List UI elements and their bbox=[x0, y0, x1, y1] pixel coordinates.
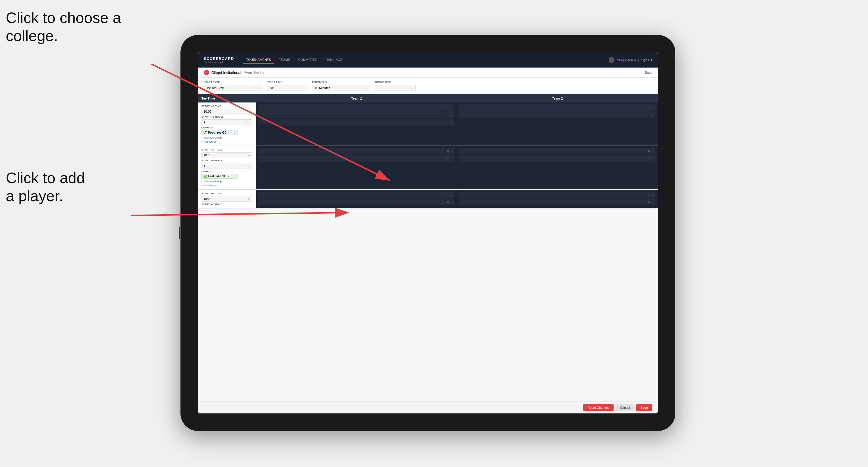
reset-button[interactable]: Reset Changes bbox=[583, 404, 614, 411]
nav-rankings[interactable]: RANKINGS bbox=[322, 56, 346, 64]
course-arrow-1: ⌃⌄ bbox=[231, 131, 236, 134]
user-avatar bbox=[609, 57, 615, 63]
player-row-1-2[interactable]: ✕ ⌄ bbox=[258, 112, 454, 118]
starting-time-value-3: 10:20 bbox=[204, 197, 212, 200]
g2-t2-player-controls-1: ✕ ⌄ bbox=[648, 150, 654, 153]
g3-t2-player-controls-1: ✕ ⌄ bbox=[648, 193, 654, 196]
player-chevron-icon-2[interactable]: ⌄ bbox=[450, 113, 453, 116]
starting-time-input-2[interactable]: 10:10 ⊙ bbox=[202, 152, 252, 158]
time-icon-3: ⊙ bbox=[248, 197, 250, 200]
course-remove-icon-1[interactable]: ✕ bbox=[228, 131, 230, 134]
intervals-select[interactable]: 10 Minutes ⊙ bbox=[312, 85, 370, 91]
team1-group-1: ✕ ⌄ ✕ ⌄ + bbox=[256, 102, 457, 146]
starting-time-input-3[interactable]: 10:20 ⊙ bbox=[202, 196, 252, 202]
player-row-1-1: ✕ ⌄ bbox=[258, 104, 454, 111]
g2-x-icon[interactable]: ✕ bbox=[447, 150, 449, 153]
annotation-top: Click to choose acollege. bbox=[6, 9, 121, 45]
nav-committee[interactable]: COMMITTEE bbox=[295, 56, 321, 64]
course-remove-icon-2[interactable]: ✕ bbox=[227, 175, 230, 178]
team2-player-row-1-2: ✕ ⌄ bbox=[459, 112, 655, 118]
add-group-1[interactable]: + Add Group bbox=[202, 140, 252, 143]
g2-chevron-icon-2[interactable]: ⌄ bbox=[450, 157, 453, 160]
g3-player-row-2: ✕ ⌄ bbox=[258, 199, 454, 205]
add-player-icon[interactable]: + bbox=[451, 120, 453, 124]
start-time-select[interactable]: 10:00 ⊙ bbox=[267, 85, 307, 91]
t2-chevron-icon[interactable]: ⌄ bbox=[651, 106, 654, 109]
player-controls-1-1: ✕ ⌄ bbox=[447, 106, 453, 109]
g3-t2-x-icon[interactable]: ✕ bbox=[648, 193, 650, 196]
starting-time-value-1: 10:00 bbox=[204, 110, 212, 113]
player-row-1-3[interactable]: + bbox=[258, 119, 454, 125]
g3-x-icon-2[interactable]: ✕ bbox=[447, 200, 449, 204]
group-row-3: STARTING TIME: 10:20 ⊙ STARTING HOLE: ✕ … bbox=[198, 190, 658, 209]
starting-hole-input-1[interactable]: 1 ⌃⌄ bbox=[202, 119, 252, 125]
annotation-mid-text: Click to adda player. bbox=[6, 169, 85, 205]
starting-time-label-2: STARTING TIME: bbox=[202, 149, 252, 151]
hosting-badge: Hosting bbox=[254, 71, 264, 74]
brand: SCOREBOARD Powered by clippd bbox=[204, 57, 234, 63]
nav-tournaments[interactable]: TOURNAMENTS bbox=[243, 56, 275, 64]
back-button[interactable]: Back bbox=[645, 71, 652, 74]
g3-x-icon[interactable]: ✕ bbox=[447, 193, 449, 196]
group-size-select[interactable]: 3 ⌃⌄ bbox=[375, 85, 416, 91]
sign-out-link[interactable]: Sign out bbox=[641, 59, 652, 62]
starting-time-label-3: STARTING TIME: bbox=[202, 192, 252, 195]
course-tag-2[interactable]: 🌿 East Lake GC ✕ ⌃⌄ bbox=[202, 174, 238, 179]
player-chevron-icon[interactable]: ⌄ bbox=[450, 106, 453, 109]
cancel-button[interactable]: Cancel bbox=[616, 404, 634, 411]
g2-t2-chevron-icon[interactable]: ⌄ bbox=[651, 150, 654, 153]
g2-t2-x-icon[interactable]: ✕ bbox=[648, 150, 650, 153]
annotation-mid: Click to adda player. bbox=[6, 169, 85, 205]
g3-chevron-icon-2[interactable]: ⌄ bbox=[450, 200, 453, 204]
course-tag-1[interactable]: (A) Peachtree GC ✕ ⌃⌄ bbox=[202, 130, 238, 135]
g3-chevron-icon[interactable]: ⌄ bbox=[450, 193, 453, 196]
divider: | bbox=[638, 59, 639, 62]
g2-t2-chevron-icon-2[interactable]: ⌄ bbox=[651, 157, 654, 160]
start-time-group: Start Time 10:00 ⊙ bbox=[267, 81, 307, 91]
t2-chevron-icon-2[interactable]: ⌄ bbox=[651, 113, 654, 116]
course-tag-value-2: East Lake GC bbox=[208, 175, 226, 178]
start-type-group: Start Type 1st Tee Start ⌃⌄ bbox=[204, 81, 262, 91]
th-team1: Team 1 bbox=[256, 94, 457, 102]
clippd-logo: C bbox=[204, 70, 209, 75]
g2-chevron-icon[interactable]: ⌄ bbox=[450, 150, 453, 153]
tournament-name: Clippd Invitational bbox=[211, 70, 241, 75]
start-type-label: Start Type bbox=[204, 81, 262, 84]
g3-t2-x-icon-2[interactable]: ✕ bbox=[648, 200, 650, 204]
nav-teams[interactable]: TEAMS bbox=[276, 56, 294, 64]
starting-hole-value-1: 1 bbox=[204, 121, 205, 124]
starting-time-input-1[interactable]: 10:00 ⊙ bbox=[202, 108, 252, 115]
starting-time-label-1: STARTING TIME: bbox=[202, 105, 252, 107]
g2-t2-x-icon-2[interactable]: ✕ bbox=[648, 157, 650, 160]
start-time-icon: ⊙ bbox=[303, 87, 305, 89]
t2-x-icon-2[interactable]: ✕ bbox=[648, 113, 650, 116]
start-type-value: 1st Tee Start bbox=[206, 86, 224, 90]
course-row-1: (A) Peachtree GC ✕ ⌃⌄ bbox=[202, 130, 252, 135]
t2-x-icon[interactable]: ✕ bbox=[648, 106, 650, 109]
starting-hole-input-2[interactable]: 1 ⌃⌄ bbox=[202, 163, 252, 169]
g3-player-controls-1: ✕ ⌄ bbox=[447, 193, 453, 196]
team2-group-1: ✕ ⌄ ✕ ⌄ bbox=[457, 102, 658, 146]
g3-t2-player-controls-2: ✕ ⌄ bbox=[648, 200, 654, 204]
add-group-2[interactable]: + Add Group bbox=[202, 184, 252, 187]
save-button[interactable]: Save bbox=[636, 404, 652, 411]
remove-group-2[interactable]: ○ Remove Group bbox=[202, 180, 252, 183]
g2-player-row-2: ✕ ⌄ bbox=[258, 155, 454, 162]
table-header: Tee Time Team 1 Team 2 bbox=[198, 94, 658, 102]
group-size-group: Group Size 3 ⌃⌄ bbox=[375, 81, 416, 91]
g2-x-icon-2[interactable]: ✕ bbox=[447, 157, 449, 160]
player-x-icon[interactable]: ✕ bbox=[447, 106, 449, 109]
g3-t2-chevron-icon-2[interactable]: ⌄ bbox=[651, 200, 654, 204]
remove-group-1[interactable]: ○ Remove Group bbox=[202, 136, 252, 139]
g2-t2-player-controls-2: ✕ ⌄ bbox=[648, 157, 654, 160]
g3-t2-chevron-icon[interactable]: ⌄ bbox=[651, 193, 654, 196]
player-controls-1-2: ✕ ⌄ bbox=[447, 113, 453, 116]
start-type-select[interactable]: 1st Tee Start ⌃⌄ bbox=[204, 85, 262, 91]
group-size-arrow: ⌃⌄ bbox=[408, 87, 413, 89]
group-row-1: STARTING TIME: 10:00 ⊙ STARTING HOLE: 1 … bbox=[198, 102, 658, 146]
course-label-2: COURSE: bbox=[202, 170, 252, 173]
controls-row: Start Type 1st Tee Start ⌃⌄ Start Time 1… bbox=[198, 78, 658, 94]
player-x-icon-2[interactable]: ✕ bbox=[447, 113, 449, 116]
intervals-icon: ⊙ bbox=[365, 87, 368, 89]
group-left-3: STARTING TIME: 10:20 ⊙ STARTING HOLE: bbox=[198, 190, 256, 208]
